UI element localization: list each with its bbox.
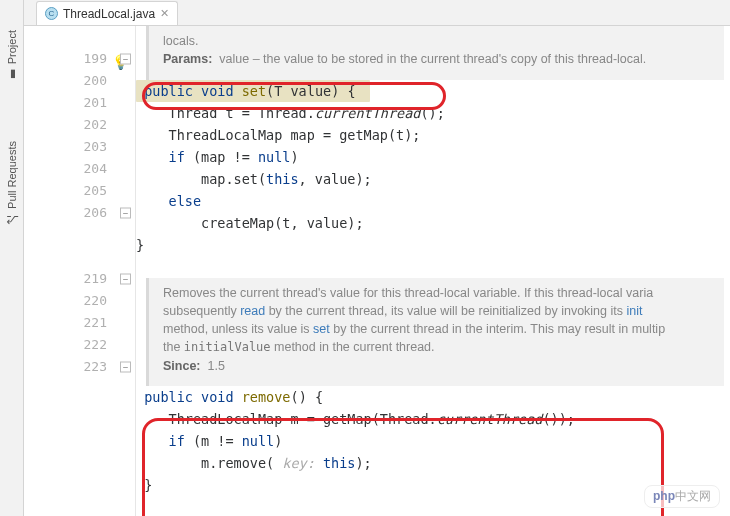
line-number: 💡199−	[24, 48, 135, 70]
doc-since: Since: 1.5	[163, 357, 710, 375]
editor-tab-bar: C ThreadLocal.java ✕	[24, 0, 730, 26]
pr-icon: ⎇	[5, 213, 18, 226]
line-number: 220	[24, 290, 135, 312]
folder-icon: ▮	[5, 68, 18, 81]
line-number: 221	[24, 312, 135, 334]
doc-line: method, unless its value is set by the c…	[163, 320, 710, 338]
code-line[interactable]: Thread t = Thread.currentThread();	[136, 102, 730, 124]
doc-line: Params: value – the value to be stored i…	[163, 50, 710, 68]
line-number: 201	[24, 92, 135, 114]
code-line[interactable]: if (m != null)	[136, 430, 730, 452]
fold-icon[interactable]: −	[120, 362, 131, 373]
line-number: 222	[24, 334, 135, 356]
sidebar-label: Project	[6, 30, 18, 64]
tool-window-bar: ▮ Project ⎇ Pull Requests	[0, 0, 24, 516]
watermark: php中文网	[644, 485, 720, 508]
line-number: 202	[24, 114, 135, 136]
code-line[interactable]: map.set(this, value);	[136, 168, 730, 190]
code-line[interactable]: ThreadLocalMap m = getMap(Thread.current…	[136, 408, 730, 430]
tab-label: ThreadLocal.java	[63, 7, 155, 21]
doc-line: the initialValue method in the current t…	[163, 338, 710, 356]
code-line[interactable]: public void remove() {	[136, 386, 730, 408]
code-line[interactable]: if (map != null)	[136, 146, 730, 168]
line-number: 200	[24, 70, 135, 92]
class-icon: C	[45, 7, 58, 20]
line-number: 223−	[24, 356, 135, 378]
javadoc-block: locals. Params: value – the value to be …	[146, 26, 724, 80]
code-line[interactable]: }	[136, 234, 730, 256]
line-number: 204	[24, 158, 135, 180]
doc-line: Removes the current thread's value for t…	[163, 284, 710, 302]
sidebar-item-project[interactable]: ▮ Project	[5, 30, 18, 81]
editor-area: 💡199− 200 201 202 203 204 205 206− 219− …	[24, 26, 730, 516]
sidebar-item-pull-requests[interactable]: ⎇ Pull Requests	[5, 141, 18, 226]
code-area[interactable]: locals. Params: value – the value to be …	[136, 26, 730, 516]
editor-tab[interactable]: C ThreadLocal.java ✕	[36, 1, 178, 25]
code-line[interactable]: }	[136, 474, 730, 496]
line-number: 219−	[24, 268, 135, 290]
line-number: 206−	[24, 202, 135, 224]
code-line[interactable]: ThreadLocalMap map = getMap(t);	[136, 124, 730, 146]
fold-icon[interactable]: −	[120, 54, 131, 65]
fold-icon[interactable]: −	[120, 208, 131, 219]
code-line[interactable]: m.remove( key: this);	[136, 452, 730, 474]
code-line[interactable]: createMap(t, value);	[136, 212, 730, 234]
line-number: 203	[24, 136, 135, 158]
code-line[interactable]: public void set(T value) {	[136, 80, 730, 102]
doc-line: locals.	[163, 32, 710, 50]
fold-icon[interactable]: −	[120, 274, 131, 285]
line-number: 205	[24, 180, 135, 202]
javadoc-block: Removes the current thread's value for t…	[146, 278, 724, 386]
gutter: 💡199− 200 201 202 203 204 205 206− 219− …	[24, 26, 136, 516]
code-line[interactable]: else	[136, 190, 730, 212]
sidebar-label: Pull Requests	[6, 141, 18, 209]
doc-line: subsequently read by the current thread,…	[163, 302, 710, 320]
close-icon[interactable]: ✕	[160, 7, 169, 20]
